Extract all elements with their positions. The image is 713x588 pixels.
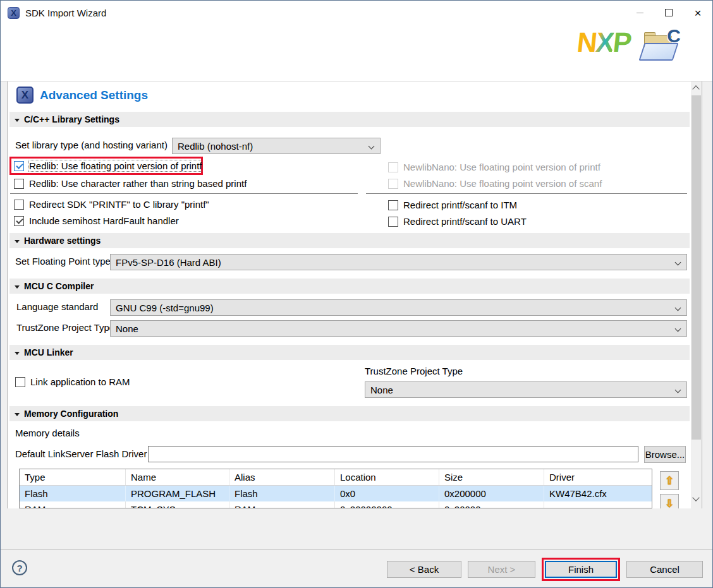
chevron-down-icon: [675, 260, 681, 266]
vertical-scrollbar[interactable]: [691, 81, 702, 508]
trustzone-type-value: None: [116, 323, 138, 334]
checkbox-box: [388, 179, 398, 189]
maximize-button[interactable]: [654, 1, 683, 25]
checkbox-label: Link application to RAM: [30, 376, 130, 387]
annotation-finish: Finish: [542, 558, 620, 581]
collapse-caret-icon: [15, 352, 20, 355]
move-up-button[interactable]: ⇧: [660, 471, 679, 490]
move-down-button[interactable]: ⇩: [660, 494, 679, 508]
column-header-driver[interactable]: Driver: [544, 469, 652, 485]
nxp-logo: NXP: [575, 28, 631, 56]
mcuxpresso-app-icon: X: [8, 7, 20, 19]
trustzone-type-label: TrustZone Project Type: [16, 322, 114, 333]
checkbox-label: Redlib: Use floating point version of pr…: [29, 160, 202, 171]
section-library-settings[interactable]: C/C++ Library Settings: [9, 112, 690, 127]
table-row-flash[interactable]: Flash PROGRAM_FLASH Flash 0x0 0x200000 K…: [20, 486, 652, 501]
scroll-down-icon[interactable]: [692, 494, 699, 501]
wizard-content: X Advanced Settings C/C++ Library Settin…: [7, 81, 702, 508]
column-header-alias[interactable]: Alias: [229, 469, 335, 485]
column-header-type[interactable]: Type: [20, 469, 126, 485]
maximize-icon: [665, 9, 673, 16]
section-mcu-linker[interactable]: MCU Linker: [9, 345, 690, 360]
set-library-type-label: Set library type (and hosting variant): [15, 140, 168, 150]
cell-driver: KW47B42.cfx: [544, 486, 652, 501]
floating-point-value: FPv5-SP-D16 (Hard ABI): [116, 257, 221, 268]
cell-driver: [544, 501, 652, 508]
checkbox-redirect-uart[interactable]: Redirect printf/scanf to UART: [388, 216, 527, 227]
flash-driver-input[interactable]: [148, 446, 638, 462]
finish-button[interactable]: Finish: [545, 561, 617, 578]
cell-location: 0x20000000: [335, 501, 439, 508]
close-icon: ×: [694, 7, 701, 19]
checkbox-box: [388, 217, 398, 227]
scrollbar-thumb[interactable]: [692, 95, 701, 440]
language-standard-value: GNU C99 (-std=gnu99): [116, 303, 214, 313]
help-button[interactable]: ?: [12, 560, 27, 575]
cell-size: 0x20000: [439, 501, 544, 508]
section-hardware-settings[interactable]: Hardware settings: [9, 233, 690, 248]
close-button[interactable]: ×: [683, 1, 712, 25]
chevron-down-icon: [369, 143, 375, 150]
section-mcu-c-compiler[interactable]: MCU C Compiler: [9, 279, 690, 294]
language-standard-combo[interactable]: GNU C99 (-std=gnu99): [110, 299, 687, 316]
section-title: C/C++ Library Settings: [24, 114, 119, 124]
checkbox-label: NewlibNano: Use floating point version o…: [403, 162, 600, 172]
back-button[interactable]: < Back: [387, 561, 461, 578]
language-standard-label: Language standard: [16, 301, 98, 312]
minimize-button[interactable]: [625, 1, 654, 25]
scroll-up-icon[interactable]: [692, 85, 699, 92]
column-header-location[interactable]: Location: [335, 469, 439, 485]
checkbox-redirect-itm[interactable]: Redirect printf/scanf to ITM: [388, 200, 517, 210]
cancel-button[interactable]: Cancel: [626, 561, 703, 578]
checkbox-box: [388, 162, 398, 172]
column-header-name[interactable]: Name: [126, 469, 229, 485]
column-header-size[interactable]: Size: [439, 469, 544, 485]
table-row-ram[interactable]: RAM TCM_SYS RAM 0x20000000 0x20000: [20, 501, 652, 508]
minimize-icon: [637, 13, 643, 13]
section-memory-configuration[interactable]: Memory Configuration: [9, 406, 690, 421]
checkbox-label: NewlibNano: Use floating point version o…: [403, 178, 602, 189]
cell-alias: Flash: [229, 486, 335, 501]
wizard-footer: ? < Back Next > Finish Cancel: [1, 549, 712, 587]
trustzone-type-combo[interactable]: None: [110, 320, 687, 337]
chevron-down-icon: [675, 305, 681, 311]
page-title-row: X Advanced Settings: [16, 87, 148, 104]
cell-location: 0x0: [335, 486, 439, 501]
memory-table-header[interactable]: Type Name Alias Location Size Driver: [20, 469, 652, 486]
checkbox-redlib-character-printf[interactable]: Redlib: Use character rather than string…: [14, 178, 247, 189]
browse-button[interactable]: Browse...: [644, 446, 686, 463]
cell-size: 0x200000: [439, 486, 544, 501]
window-controls: ×: [625, 1, 712, 25]
library-type-combo[interactable]: Redlib (nohost-nf): [172, 138, 381, 154]
c-language-letter: C: [667, 25, 681, 47]
section-title: Memory Configuration: [24, 409, 118, 419]
checkbox-redirect-sdk-printf[interactable]: Redirect SDK "PRINTF" to C library "prin…: [14, 199, 209, 210]
checkbox-label: Redirect printf/scanf to UART: [403, 216, 527, 227]
floating-point-combo[interactable]: FPv5-SP-D16 (Hard ABI): [110, 254, 687, 270]
cell-name: TCM_SYS: [126, 501, 229, 508]
checkbox-box-checked: [14, 161, 24, 171]
arrow-down-icon: ⇩: [665, 497, 674, 509]
question-icon: ?: [16, 563, 22, 573]
collapse-caret-icon: [15, 413, 20, 416]
collapse-caret-icon: [15, 285, 20, 289]
floating-point-label: Set Floating Point type: [15, 256, 111, 267]
checkbox-box-checked: [14, 216, 24, 226]
arrow-up-icon: ⇧: [665, 474, 674, 488]
checkbox-redlib-floating-printf[interactable]: Redlib: Use floating point version of pr…: [14, 160, 202, 171]
checkbox-semihost-hardfault[interactable]: Include semihost HardFault handler: [14, 215, 179, 226]
linker-trustzone-value: None: [370, 385, 393, 395]
checkbox-newlibnano-scanf: NewlibNano: Use floating point version o…: [388, 178, 602, 189]
cell-alias: RAM: [229, 501, 335, 508]
checkbox-box: [14, 200, 24, 210]
dialog-buttons: < Back Next > Finish Cancel: [381, 558, 703, 581]
c-project-folder-icon: C: [640, 27, 682, 66]
checkbox-link-to-ram[interactable]: Link application to RAM: [15, 376, 130, 387]
header-band: NXP C: [1, 25, 712, 81]
divider: [10, 193, 358, 194]
divider: [366, 193, 687, 194]
collapse-caret-icon: [15, 240, 20, 243]
linker-trustzone-combo[interactable]: None: [365, 381, 687, 398]
page-title: Advanced Settings: [40, 88, 148, 102]
checkbox-box: [14, 179, 24, 189]
